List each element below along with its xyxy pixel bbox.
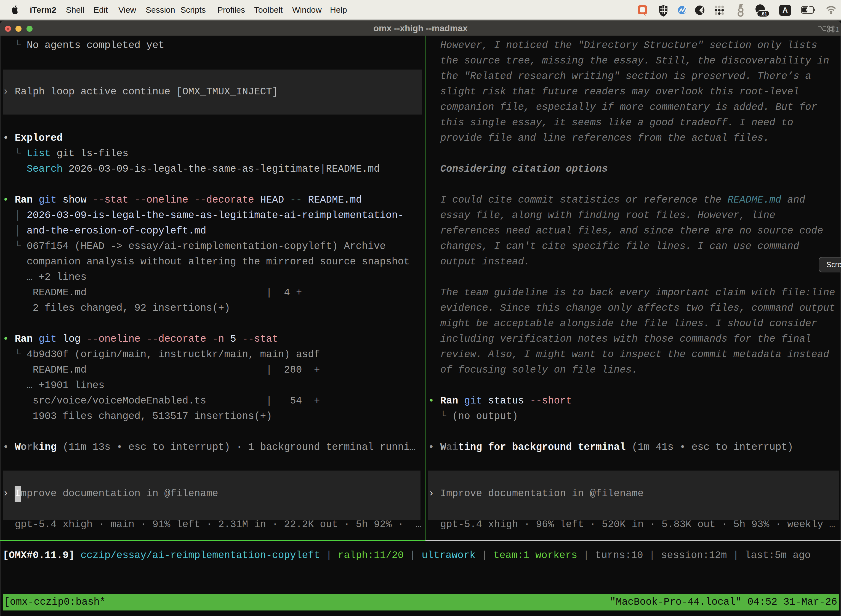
svg-text:1: 1	[835, 25, 838, 34]
svg-text:..61: ..61	[759, 11, 767, 16]
